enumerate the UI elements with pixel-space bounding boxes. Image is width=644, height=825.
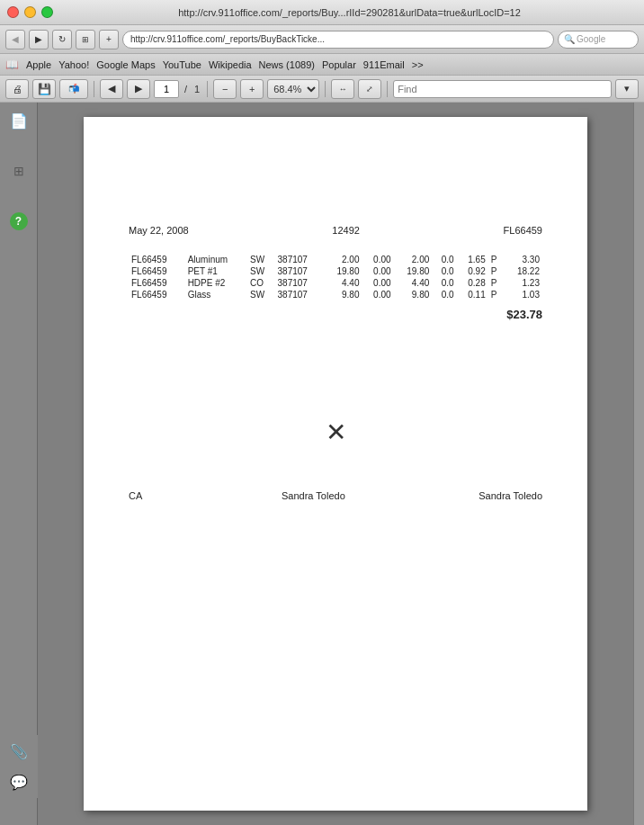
prev-page-icon: ◀ (108, 83, 115, 94)
email-icon: 📬 (68, 84, 79, 94)
fit-page-button[interactable]: ⤢ (358, 79, 381, 99)
sidebar-bottom: 📎 💬 (0, 735, 38, 798)
cell-rate: 1.65 (457, 254, 488, 265)
cell-rate: 0.92 (457, 265, 488, 277)
zoom-in-icon: + (249, 84, 255, 94)
window-title: http://crv.911office.com/_reports/Buy...… (62, 7, 637, 18)
sidebar-thumbnails-icon[interactable]: ⊞ (8, 160, 30, 182)
cell-code: CO (247, 277, 274, 289)
bookmarks-bar: 📖 Apple Yahoo! Google Maps YouTube Wikip… (0, 54, 644, 76)
fit-width-button[interactable]: ↔ (331, 79, 354, 99)
back-button[interactable]: ◀ (5, 30, 25, 49)
pdf-page: May 22, 2008 12492 FL66459 FL66459 Alumi… (84, 117, 587, 811)
cell-material: Aluminum (185, 254, 247, 265)
signer-name-right: Sandra Toledo (479, 490, 542, 501)
pdf-print-button[interactable]: 🖨 (5, 79, 29, 99)
search-bar[interactable]: 🔍 Google (558, 31, 639, 49)
cell-adj: 0.0 (432, 265, 456, 277)
bookmark-911email[interactable]: 911Email (363, 59, 405, 70)
url-bar[interactable]: http://crv.911office.com/_reports/BuyBac… (122, 31, 554, 49)
refresh-button[interactable]: ↻ (52, 30, 72, 49)
bookmark-google-maps[interactable]: Google Maps (96, 59, 155, 70)
main-area: 📄 ⊞ ? May 22, 2008 12492 FL66459 FL66459 (0, 103, 644, 825)
back-icon: ◀ (12, 34, 19, 44)
bookmark-popular[interactable]: Popular (322, 59, 356, 70)
cell-id: FL66459 (129, 265, 185, 277)
bookmark-apple[interactable]: Apple (26, 59, 51, 70)
zoom-select[interactable]: 68.4% 50% 75% 100% 125% 150% (267, 79, 319, 99)
forward-button[interactable]: ▶ (29, 30, 49, 49)
cell-lot: 387107 (275, 277, 324, 289)
cell-flag: P (488, 265, 504, 277)
cell-gross: 2.00 (324, 254, 362, 265)
open-in-dashboard-button[interactable]: ⊞ (76, 30, 95, 49)
pdf-prev-page-button[interactable]: ◀ (100, 79, 123, 99)
cell-net: 4.40 (394, 277, 433, 289)
page-separator: / (184, 84, 187, 94)
bookmarks-icon[interactable]: 📖 (5, 58, 19, 71)
cell-adj: 0.0 (432, 289, 456, 300)
pdf-email-button[interactable]: 📬 (59, 79, 88, 99)
page-number-input[interactable]: 1 (154, 80, 179, 98)
table-row: FL66459 Aluminum SW 387107 2.00 0.00 2.0… (129, 254, 542, 265)
sidebar-attachment-icon[interactable]: 📎 (8, 740, 30, 762)
signature-x: ✕ (326, 417, 346, 447)
print-icon: 🖨 (13, 84, 22, 94)
bookmark-youtube[interactable]: YouTube (163, 59, 201, 70)
navigation-bar: ◀ ▶ ↻ ⊞ + http://crv.911office.com/_repo… (0, 25, 644, 54)
report-total: $23.78 (129, 308, 542, 321)
cell-rate: 0.11 (457, 289, 488, 300)
forward-icon: ▶ (35, 34, 42, 44)
pdf-content-area[interactable]: May 22, 2008 12492 FL66459 FL66459 Alumi… (38, 103, 633, 825)
report-date: May 22, 2008 (129, 225, 189, 236)
signature-state: CA (129, 490, 142, 501)
cell-material: Glass (185, 289, 247, 300)
close-button[interactable] (7, 6, 19, 18)
dashboard-icon: ⊞ (82, 35, 89, 44)
cell-code: SW (247, 265, 274, 277)
next-page-icon: ▶ (135, 83, 142, 94)
cell-flag: P (488, 277, 504, 289)
bookmark-more[interactable]: >> (412, 59, 424, 70)
table-row: FL66459 Glass SW 387107 9.80 0.00 9.80 0… (129, 289, 542, 300)
cell-id: FL66459 (129, 254, 185, 265)
cell-adj: 0.0 (432, 277, 456, 289)
cell-amount: 18.22 (504, 265, 542, 277)
comment-icon: 💬 (10, 774, 28, 791)
minimize-button[interactable] (24, 6, 36, 18)
cell-gross: 4.40 (324, 277, 362, 289)
scrollbar-right[interactable] (633, 103, 644, 825)
document-icon: 📄 (10, 112, 28, 130)
bookmark-wikipedia[interactable]: Wikipedia (209, 59, 252, 70)
pdf-next-page-button[interactable]: ▶ (127, 79, 150, 99)
search-icon: 🔍 (564, 34, 575, 44)
bookmark-yahoo[interactable]: Yahoo! (58, 59, 89, 70)
cell-lot: 387107 (275, 254, 324, 265)
zoom-in-button[interactable]: + (240, 79, 264, 99)
toolbar-separator-2 (207, 81, 208, 97)
toolbar-separator-4 (387, 81, 388, 97)
cell-code: SW (247, 254, 274, 265)
cell-tare: 0.00 (362, 254, 393, 265)
maximize-button[interactable] (41, 6, 53, 18)
window-controls[interactable] (7, 6, 53, 18)
find-input[interactable] (393, 80, 612, 98)
help-icon: ? (10, 212, 28, 230)
refresh-icon: ↻ (58, 34, 66, 44)
save-icon: 💾 (38, 83, 51, 95)
sidebar-help-icon[interactable]: ? (8, 211, 30, 232)
table-row: FL66459 PET #1 SW 387107 19.80 0.00 19.8… (129, 265, 542, 277)
find-dropdown-button[interactable]: ▾ (615, 79, 639, 99)
sidebar: 📄 ⊞ ? (0, 103, 38, 825)
search-placeholder: Google (577, 34, 605, 44)
cell-code: SW (247, 289, 274, 300)
url-text: http://crv.911office.com/_reports/BuyBac… (130, 34, 325, 44)
cell-material: PET #1 (185, 265, 247, 277)
bookmark-news[interactable]: News (1089) (259, 59, 315, 70)
cell-material: HDPE #2 (185, 277, 247, 289)
sidebar-document-icon[interactable]: 📄 (8, 110, 30, 131)
pdf-save-button[interactable]: 💾 (32, 79, 56, 99)
add-tab-button[interactable]: + (99, 30, 119, 49)
zoom-out-button[interactable]: − (213, 79, 237, 99)
sidebar-comment-icon[interactable]: 💬 (8, 771, 30, 793)
